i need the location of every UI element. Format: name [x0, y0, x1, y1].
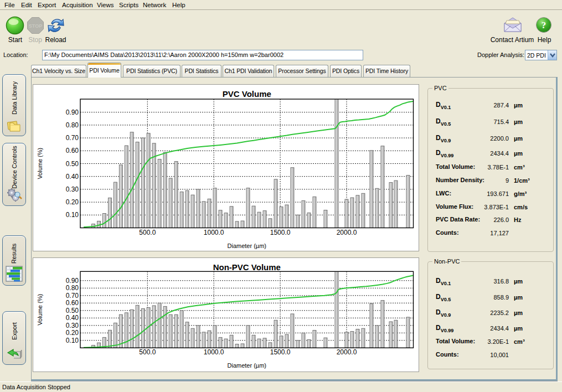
svg-text:0.40: 0.40: [66, 173, 79, 180]
svg-text:0.10: 0.10: [66, 211, 79, 219]
svg-text:0.30: 0.30: [66, 322, 79, 329]
svg-text:?: ?: [542, 20, 546, 30]
svg-text:PVC Volume: PVC Volume: [223, 89, 271, 99]
svg-text:0.20: 0.20: [66, 329, 79, 337]
svg-text:0.70: 0.70: [66, 292, 79, 300]
svg-text:Diameter (µm): Diameter (µm): [228, 362, 267, 369]
svg-text:2000.0: 2000.0: [337, 348, 357, 356]
svg-text:0.20: 0.20: [66, 198, 79, 206]
svg-text:STOP: STOP: [29, 23, 42, 29]
svg-text:2000.0: 2000.0: [337, 229, 357, 236]
svg-text:1000.0: 1000.0: [204, 348, 224, 356]
svg-text:500.0: 500.0: [139, 348, 156, 356]
svg-text:1000.0: 1000.0: [204, 229, 224, 236]
svg-text:0.90: 0.90: [66, 109, 79, 116]
svg-text:0.50: 0.50: [66, 160, 79, 168]
svg-text:0.80: 0.80: [66, 284, 79, 292]
svg-text:0.10: 0.10: [66, 337, 79, 344]
svg-text:0.90: 0.90: [66, 277, 79, 285]
svg-text:500.0: 500.0: [139, 229, 156, 236]
svg-text:Volume (%): Volume (%): [37, 294, 43, 326]
svg-text:0.50: 0.50: [66, 307, 79, 314]
svg-text:0.30: 0.30: [66, 185, 79, 193]
svg-text:0.40: 0.40: [66, 314, 79, 322]
svg-text:0.60: 0.60: [66, 147, 79, 154]
svg-text:1500.0: 1500.0: [270, 348, 291, 356]
svg-text:0.60: 0.60: [66, 299, 79, 307]
svg-text:Diameter (µm): Diameter (µm): [228, 243, 267, 249]
svg-text:1500.0: 1500.0: [270, 229, 291, 236]
svg-text:0.70: 0.70: [66, 134, 79, 142]
svg-text:Volume (%): Volume (%): [37, 148, 43, 179]
svg-text:Non-PVC Volume: Non-PVC Volume: [213, 262, 281, 272]
svg-text:0.80: 0.80: [66, 121, 79, 129]
